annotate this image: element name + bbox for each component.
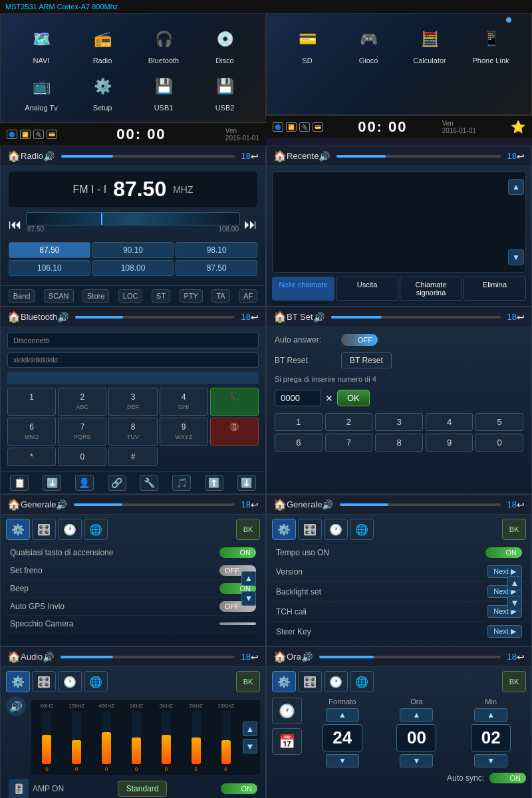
app-bluetooth[interactable]: 🎧 Bluetooth: [140, 24, 187, 65]
app-phone-link[interactable]: 📱 Phone Link: [467, 24, 514, 65]
btset-key-9[interactable]: 9: [426, 434, 473, 452]
ta-btn[interactable]: TA: [211, 289, 229, 303]
key-star[interactable]: *: [7, 448, 56, 466]
ora-tab-settings[interactable]: ⚙️: [272, 671, 296, 692]
gen2-scroll-dn[interactable]: ▼: [507, 596, 522, 610]
band-btn[interactable]: Band: [9, 289, 35, 303]
gen2-scroll-up[interactable]: ▲: [507, 576, 522, 591]
eq-adjust-icon[interactable]: 🎚️: [9, 779, 29, 798]
bt-icon-3[interactable]: 👤: [75, 475, 94, 491]
preset-6[interactable]: 87.50: [176, 260, 257, 276]
gen1-scroll-dn[interactable]: ▼: [241, 591, 256, 606]
app-usb2[interactable]: 💾 USB2: [201, 71, 248, 112]
eq-scroll-dn[interactable]: ▼: [243, 739, 257, 753]
key-1[interactable]: 1: [7, 388, 56, 416]
gen-tab-eq[interactable]: 🎛️: [32, 519, 56, 540]
audio-tab-eq[interactable]: 🎛️: [32, 671, 56, 692]
app-analog-tv[interactable]: 📺 Analog Tv: [18, 71, 65, 112]
gen2-tab-settings[interactable]: ⚙️: [272, 519, 296, 540]
clock-icon-btn[interactable]: 🕐: [272, 698, 302, 724]
prev-btn[interactable]: ⏮: [9, 217, 22, 232]
standard-button[interactable]: Standard: [118, 781, 168, 797]
gen-tab-settings[interactable]: ⚙️: [6, 519, 30, 540]
preset-2[interactable]: 90.10: [92, 242, 174, 258]
key-9[interactable]: 9WXYZ: [160, 418, 208, 446]
amp-toggle[interactable]: ON: [221, 783, 257, 794]
ora-tab-clock[interactable]: 🕐: [324, 671, 348, 692]
gen2-next-4[interactable]: Next ▶: [487, 625, 522, 638]
bt-reset-button[interactable]: BT Reset: [341, 352, 392, 368]
gen-tab-globe[interactable]: 🌐: [84, 519, 108, 540]
preset-5[interactable]: 108.00: [92, 260, 174, 276]
scroll-up-btn[interactable]: ▲: [508, 179, 524, 195]
gen2-tab-eq[interactable]: 🎛️: [298, 519, 322, 540]
eq-track-60[interactable]: [42, 711, 51, 764]
eq-scroll-up[interactable]: ▲: [243, 722, 257, 736]
btset-key-6[interactable]: 6: [275, 434, 323, 452]
eq-track-150[interactable]: [72, 711, 81, 764]
bt-icon-7[interactable]: ⬆️: [205, 475, 223, 491]
tuner-bar[interactable]: [26, 212, 240, 225]
eq-track-7k[interactable]: [192, 711, 201, 764]
pin-clear-btn[interactable]: ✕: [325, 393, 333, 404]
bt-icon-4[interactable]: 🔗: [108, 475, 126, 491]
key-8[interactable]: 8TUV: [108, 418, 157, 446]
bt-icon-5[interactable]: 🔧: [140, 475, 158, 491]
audio-tab-bk[interactable]: BK: [236, 671, 260, 692]
pty-btn[interactable]: PTY: [180, 289, 203, 303]
key-6[interactable]: 6MNO: [7, 418, 56, 446]
bt-icon-1[interactable]: 📋: [10, 475, 29, 491]
formato-dn[interactable]: ▼: [326, 754, 359, 767]
gen-tab-bk[interactable]: BK: [236, 519, 260, 540]
eq-track-1k[interactable]: [132, 711, 141, 764]
app-calculator[interactable]: 🧮 Calculator: [406, 24, 453, 65]
preset-1[interactable]: 87.50: [9, 242, 90, 258]
tab-uscita[interactable]: Uscita: [336, 277, 398, 301]
app-radio[interactable]: 📻 Radio: [79, 24, 126, 65]
audio-tab-settings[interactable]: ⚙️: [6, 671, 30, 692]
gen1-scroll-up[interactable]: ▲: [241, 571, 256, 586]
ora-dn[interactable]: ▼: [400, 754, 433, 767]
gen-tab-clock[interactable]: 🕐: [58, 519, 82, 540]
ora-tab-bk[interactable]: BK: [502, 671, 526, 692]
scan-btn[interactable]: SCAN: [44, 289, 74, 303]
formato-up[interactable]: ▲: [326, 708, 359, 722]
ora-up[interactable]: ▲: [400, 708, 433, 722]
tab-chiamate-signorina[interactable]: Chiamate signorina: [400, 277, 462, 301]
audio-tab-globe[interactable]: 🌐: [84, 671, 108, 692]
key-4[interactable]: 4GHI: [160, 388, 208, 416]
hangup-btn[interactable]: 📵: [210, 418, 259, 446]
min-dn[interactable]: ▼: [474, 754, 507, 767]
btset-key-1[interactable]: 1: [275, 413, 323, 431]
call-btn[interactable]: 📞: [210, 388, 259, 416]
auto-sync-toggle[interactable]: ON: [489, 773, 526, 783]
app-disco[interactable]: 💿 Disco: [201, 24, 248, 65]
btset-key-5[interactable]: 5: [475, 413, 523, 431]
app-sd[interactable]: 💳 SD: [284, 24, 331, 65]
btset-key-4[interactable]: 4: [426, 413, 473, 431]
audio-tab-clock[interactable]: 🕐: [58, 671, 82, 692]
btset-key-0[interactable]: 0: [475, 434, 523, 452]
eq-track-15k[interactable]: [221, 711, 231, 764]
app-navi[interactable]: 🗺️ NAVI: [18, 24, 65, 65]
ok-button[interactable]: OK: [337, 390, 370, 406]
loc-btn[interactable]: LOC: [118, 289, 143, 303]
key-0[interactable]: 0: [58, 448, 106, 466]
auto-answer-toggle[interactable]: OFF: [341, 334, 378, 346]
gen2-tab-globe[interactable]: 🌐: [350, 519, 374, 540]
gen1-toggle-0[interactable]: ON: [219, 547, 256, 558]
app-gioco[interactable]: 🎮 Gioco: [345, 24, 392, 65]
key-hash[interactable]: #: [108, 448, 157, 466]
bt-icon-8[interactable]: ⬇️: [237, 475, 256, 491]
key-7[interactable]: 7PQRS: [58, 418, 106, 446]
btset-key-8[interactable]: 8: [375, 434, 423, 452]
pin-input[interactable]: 0000: [275, 390, 321, 406]
btset-key-7[interactable]: 7: [325, 434, 373, 452]
preset-3[interactable]: 98.10: [176, 242, 257, 258]
next-btn[interactable]: ⏭: [244, 217, 257, 232]
st-btn[interactable]: ST: [152, 289, 170, 303]
ora-tab-eq[interactable]: 🎛️: [298, 671, 322, 692]
btset-key-2[interactable]: 2: [325, 413, 373, 431]
calendar-icon-btn[interactable]: 📅: [272, 728, 302, 755]
bt-icon-2[interactable]: ⬇️: [43, 475, 61, 491]
